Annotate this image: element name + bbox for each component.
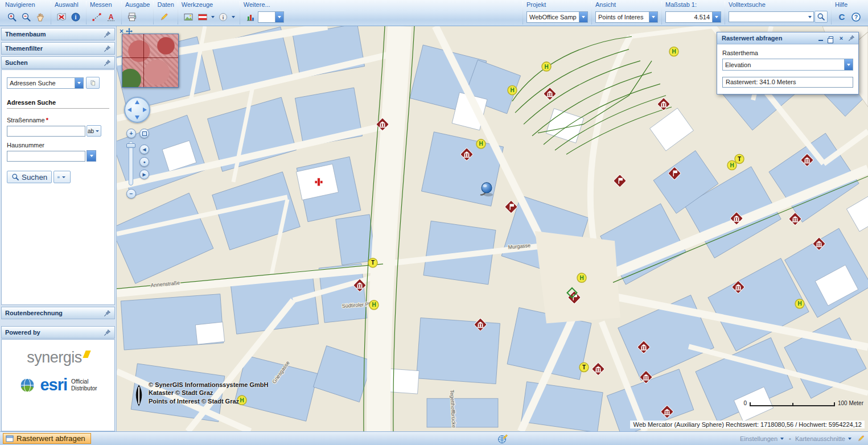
chevron-down-icon[interactable] — [75, 78, 83, 88]
contact-button[interactable]: C — [835, 10, 849, 24]
pin-icon[interactable] — [104, 45, 111, 52]
sidebar-panel-routenberechnung[interactable]: Routenberechnung — [1, 307, 115, 319]
pan-west-icon[interactable] — [127, 108, 131, 112]
poi-marker-pin[interactable] — [480, 183, 493, 196]
chevron-down-icon[interactable] — [712, 12, 721, 22]
pencil-icon[interactable] — [857, 434, 865, 443]
chevron-down-icon[interactable] — [211, 16, 215, 18]
print-button[interactable] — [125, 10, 139, 24]
poi-marker-transit[interactable]: T — [368, 258, 377, 267]
poi-marker-hotel[interactable]: H — [369, 300, 379, 310]
pin-icon[interactable] — [104, 310, 111, 317]
zoom-in-round-button[interactable]: + — [126, 129, 136, 138]
minimize-button[interactable] — [816, 34, 825, 43]
scale-select-value: 4.514 — [666, 14, 712, 20]
poi-marker-hotel[interactable]: H — [577, 273, 586, 282]
measure-area-button[interactable]: A — [104, 10, 118, 24]
more-tools-select[interactable] — [258, 11, 284, 23]
poi-marker-flag[interactable] — [614, 174, 627, 187]
sidebar-panel-powered-by[interactable]: Powered by — [1, 326, 115, 339]
poi-marker-hotel[interactable]: H — [727, 160, 737, 170]
search-submit-button[interactable]: Suchen — [7, 171, 52, 183]
zoom-out-button[interactable] — [19, 10, 33, 24]
ab-label: ab — [88, 128, 94, 134]
view-select[interactable]: Points of Interes — [595, 11, 658, 23]
project-select[interactable]: WebOffice Samp — [526, 11, 588, 23]
chevron-down-icon[interactable] — [232, 16, 235, 18]
pin-icon[interactable] — [104, 59, 111, 67]
search-result-options-button[interactable] — [54, 171, 71, 183]
restore-button[interactable] — [826, 34, 836, 43]
full-extent-button[interactable]: ● — [139, 157, 149, 167]
poi-marker-hotel[interactable]: H — [542, 62, 551, 71]
minimize-icon — [818, 40, 823, 41]
zoom-slider-handle[interactable] — [126, 143, 135, 148]
language-button[interactable] — [196, 10, 209, 24]
edit-data-button[interactable] — [157, 10, 171, 24]
pin-button[interactable] — [847, 34, 856, 43]
chevron-down-icon[interactable] — [579, 12, 587, 22]
pan-south-icon[interactable] — [135, 116, 139, 120]
sidebar-panel-themenfilter[interactable]: Themenfilter — [1, 42, 115, 55]
poi-marker-hotel[interactable]: H — [476, 139, 486, 149]
poi-marker-transit[interactable]: T — [579, 362, 589, 372]
poi-marker-hotel[interactable]: H — [795, 299, 804, 308]
export-image-button[interactable] — [182, 10, 195, 24]
poi-marker-museum[interactable] — [544, 87, 557, 100]
fulltext-search-input[interactable] — [729, 11, 814, 22]
map-viewport[interactable]: AnnenstraßeSüdtiroler PlatzGriesgasseMur… — [117, 26, 868, 431]
house-number-input[interactable] — [7, 151, 85, 162]
pan-button[interactable] — [34, 10, 47, 24]
poi-marker-transit[interactable]: T — [735, 154, 744, 163]
raster-theme-select[interactable]: Elevation — [722, 59, 853, 71]
clear-selection-button[interactable] — [55, 10, 68, 24]
close-button[interactable]: × — [837, 34, 846, 43]
raster-panel-titlebar[interactable]: Rasterwert abfragen × — [717, 32, 858, 44]
pan-north-icon[interactable] — [135, 100, 139, 104]
pin-icon[interactable] — [104, 31, 111, 38]
chevron-down-icon[interactable] — [275, 12, 283, 22]
help-button[interactable]: ? — [849, 10, 863, 24]
poi-marker-museum[interactable] — [657, 97, 670, 110]
zoom-box-button[interactable] — [139, 129, 149, 138]
previous-extent-button[interactable]: ◄ — [139, 145, 149, 154]
house-number-dropdown[interactable] — [87, 150, 96, 162]
pin-icon[interactable] — [104, 329, 111, 336]
poi-marker-hotel[interactable]: H — [669, 47, 678, 56]
move-icon[interactable] — [126, 28, 133, 35]
svg-text:H: H — [544, 63, 548, 69]
pan-east-icon[interactable] — [143, 108, 147, 112]
street-name-input[interactable] — [7, 126, 85, 137]
chevron-down-icon[interactable] — [844, 59, 853, 70]
zoom-slider[interactable] — [129, 141, 133, 186]
redlining-button[interactable] — [497, 434, 508, 444]
zoom-out-round-button[interactable]: − — [126, 189, 136, 199]
fulltext-search-button[interactable] — [814, 11, 828, 23]
einstellungen-menu[interactable]: Einstellungen — [740, 435, 785, 442]
kartenausschnitte-menu[interactable]: Kartenausschnitte — [795, 435, 853, 442]
pin-icon — [848, 35, 855, 42]
restore-icon — [829, 36, 833, 40]
search-type-select[interactable]: Adressen Suche — [7, 77, 84, 89]
poi-marker-hotel[interactable]: H — [508, 85, 517, 94]
poi-marker-museum[interactable] — [592, 362, 605, 376]
overview-map[interactable] — [122, 34, 179, 88]
identify-button[interactable]: i — [69, 10, 83, 24]
chart-button[interactable] — [244, 10, 257, 24]
task-rasterwert-button[interactable]: Rasterwert abfragen — [3, 433, 91, 444]
next-extent-button[interactable]: ► — [139, 170, 149, 179]
chevron-down-icon[interactable] — [808, 16, 812, 18]
sidebar-panel-themenbaum[interactable]: Themenbaum — [1, 28, 115, 40]
raster-value-result: Rasterwert: 341.0 Meters — [722, 77, 853, 88]
task-label: Rasterwert abfragen — [17, 434, 85, 443]
close-icon[interactable]: × — [120, 28, 124, 35]
chevron-down-icon[interactable] — [649, 12, 657, 22]
zoom-in-button[interactable] — [5, 10, 19, 24]
street-name-sort-button[interactable]: ab — [87, 125, 101, 137]
sidebar-panel-suchen[interactable]: Suchen — [1, 56, 115, 69]
scale-select[interactable]: 4.514 — [665, 11, 721, 23]
copy-search-button[interactable] — [86, 77, 100, 89]
measure-distance-button[interactable] — [90, 10, 104, 24]
pan-compass[interactable] — [124, 97, 150, 123]
tools-info-button[interactable]: i — [216, 10, 230, 24]
